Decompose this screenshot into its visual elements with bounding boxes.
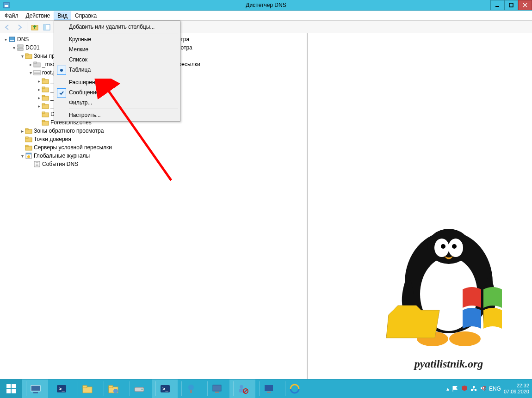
view-dropdown: Добавить или удалить столбцы...КрупныеМе… <box>54 20 180 122</box>
svg-rect-39 <box>25 137 28 138</box>
tree-node-label: Глобальные журналы <box>34 153 90 159</box>
splitter[interactable] <box>307 33 308 380</box>
menu-help[interactable]: Справка <box>71 12 100 20</box>
folder-icon <box>42 77 49 85</box>
menu-item[interactable]: Добавить или удалить столбцы... <box>55 22 179 32</box>
svg-rect-13 <box>18 45 23 47</box>
task-explorer-1[interactable] <box>74 380 100 398</box>
tray-time: 22:32 <box>504 383 529 389</box>
expander-icon[interactable]: ▸ <box>36 104 42 109</box>
maximize-button[interactable] <box>504 0 518 10</box>
task-ie[interactable] <box>281 380 307 398</box>
folder-icon <box>42 102 49 110</box>
menu-separator <box>69 76 178 76</box>
menu-action[interactable]: Действие <box>22 12 54 20</box>
menu-item[interactable]: Мелкие <box>55 44 179 55</box>
svg-rect-21 <box>34 70 40 75</box>
menu-item[interactable]: Таблица <box>55 65 179 75</box>
tray-flag-icon[interactable] <box>452 385 458 393</box>
menu-file[interactable]: Файл <box>1 12 22 20</box>
task-ad-users[interactable] <box>229 380 255 398</box>
svg-rect-84 <box>83 386 87 388</box>
tree-node-label: Зоны обратного просмотра <box>34 128 104 134</box>
svg-rect-74 <box>6 384 11 388</box>
expander-icon[interactable]: ▸ <box>19 129 25 134</box>
task-server-manager[interactable] <box>22 380 48 398</box>
folder-icon <box>42 86 49 93</box>
toolbar-separator <box>27 22 27 32</box>
tree-node[interactable]: Серверы условной пересылки <box>0 143 139 152</box>
menu-separator <box>69 109 178 109</box>
titlebar: Диспетчер DNS <box>0 0 532 11</box>
menu-item[interactable]: Фильтр... <box>55 98 179 108</box>
up-button[interactable] <box>29 22 40 33</box>
tray-shield-icon[interactable] <box>461 385 468 393</box>
task-powershell[interactable]: >_ <box>48 380 74 398</box>
menu-item[interactable]: Настроить... <box>55 110 179 120</box>
svg-point-73 <box>449 331 481 346</box>
svg-rect-77 <box>12 389 16 393</box>
back-button[interactable] <box>2 22 13 33</box>
task-explorer-2[interactable] <box>100 380 126 398</box>
expander-icon[interactable]: ▸ <box>36 87 42 92</box>
svg-rect-8 <box>43 24 46 30</box>
task-network[interactable] <box>178 380 204 398</box>
folder-grey-icon <box>33 61 41 68</box>
show-hide-tree-button[interactable] <box>41 22 52 33</box>
task-powershell-ise[interactable]: >_ <box>152 380 178 398</box>
expander-icon[interactable]: ▾ <box>28 70 33 75</box>
folder-icon <box>25 144 32 151</box>
svg-line-99 <box>244 389 247 393</box>
menu-item[interactable]: Крупные <box>55 34 179 44</box>
svg-rect-12 <box>10 40 14 41</box>
svg-rect-14 <box>18 48 23 50</box>
svg-rect-18 <box>25 54 28 55</box>
svg-point-92 <box>188 385 194 390</box>
window-title: Диспетчер DNS <box>246 2 286 8</box>
watermark-logo: pyatilistnik.org <box>370 213 527 375</box>
svg-rect-101 <box>267 392 271 393</box>
svg-rect-100 <box>265 385 273 391</box>
tree-node[interactable]: ▾Глобальные журналы <box>0 152 139 160</box>
menu-view[interactable]: Вид <box>54 12 71 20</box>
start-button[interactable] <box>0 380 22 398</box>
menu-item[interactable]: Расширенный <box>55 77 179 87</box>
tree-node[interactable]: ▸Зоны обратного просмотра <box>0 127 139 135</box>
tree-node[interactable]: События DNS <box>0 160 139 168</box>
svg-rect-25 <box>42 79 45 80</box>
forward-button[interactable] <box>14 22 25 33</box>
tree-node[interactable]: Точки доверия <box>0 135 139 143</box>
svg-rect-76 <box>6 389 11 393</box>
svg-rect-27 <box>42 87 45 88</box>
tray-sound-icon[interactable] <box>480 385 486 393</box>
tray-clock[interactable]: 22:32 07.09.2020 <box>504 383 529 395</box>
menu-item[interactable]: Список <box>55 55 179 65</box>
svg-point-44 <box>27 155 30 158</box>
menu-item[interactable]: Сообщение <box>55 87 179 98</box>
task-monitor[interactable] <box>255 380 281 398</box>
tray-chevron-icon[interactable]: ▴ <box>446 386 449 392</box>
expander-icon[interactable]: ▾ <box>19 153 25 159</box>
svg-rect-3 <box>509 3 513 7</box>
svg-rect-37 <box>25 129 28 130</box>
window-buttons <box>490 0 532 10</box>
tray-network-icon[interactable] <box>470 385 477 393</box>
svg-rect-41 <box>25 145 28 147</box>
minimize-button[interactable] <box>490 0 504 10</box>
task-remote[interactable] <box>204 380 229 398</box>
expander-icon[interactable]: ▾ <box>11 45 17 50</box>
svg-rect-104 <box>471 389 473 391</box>
tray-lang[interactable]: ENG <box>489 386 501 392</box>
svg-rect-106 <box>473 386 475 388</box>
expander-icon[interactable]: ▸ <box>28 62 33 67</box>
expander-icon[interactable]: ▾ <box>19 54 25 59</box>
tree-node-label: Серверы условной пересылки <box>34 144 112 151</box>
expander-icon[interactable]: ▸ <box>36 79 42 84</box>
expander-icon[interactable]: ▸ <box>36 95 42 100</box>
close-button[interactable] <box>518 0 532 10</box>
task-drive[interactable] <box>126 380 152 398</box>
expander-icon[interactable]: ▾ <box>3 37 8 42</box>
menu-item-label: Таблица <box>69 67 91 73</box>
menu-item-label: Фильтр... <box>69 99 92 106</box>
menu-item-label: Настроить... <box>69 112 101 118</box>
